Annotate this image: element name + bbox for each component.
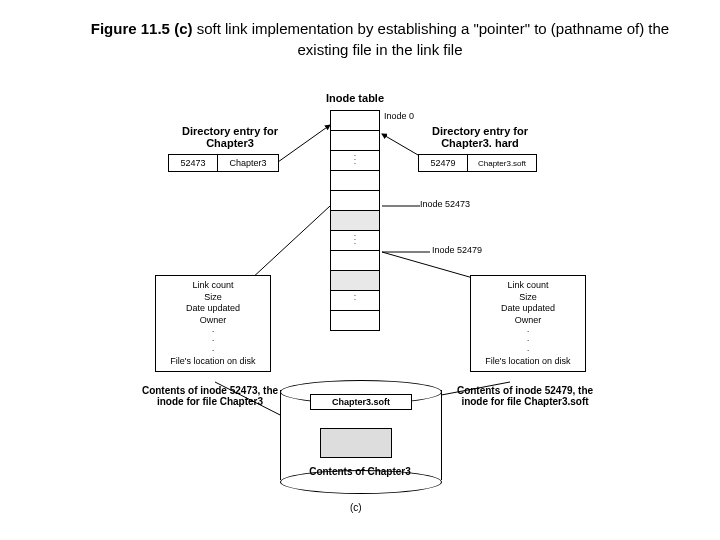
figure-caption-text: soft link implementation by establishing…: [192, 20, 669, 58]
disk-caption: Contents of Chapter3: [280, 466, 440, 477]
attr-date-r: Date updated: [473, 303, 583, 315]
subfigure-label: (c): [350, 502, 362, 513]
inode-52473-cell: [330, 211, 380, 231]
attr-date: Date updated: [158, 303, 268, 315]
svg-line-5: [382, 252, 480, 280]
dir-entry-right-inode: 52479: [418, 154, 468, 172]
file-block: [320, 428, 392, 458]
attr-linkcount-r: Link count: [473, 280, 583, 292]
inode-52479-cell: [330, 271, 380, 291]
dir-entry-left-inode: 52473: [168, 154, 218, 172]
dir-entry-left-title: Directory entry for Chapter3: [165, 125, 295, 149]
svg-line-4: [250, 206, 330, 280]
softlink-file-label: Chapter3.soft: [310, 394, 412, 410]
figure-number: Figure 11.5 (c): [91, 20, 193, 37]
dir-entry-left-name: Chapter3: [218, 154, 279, 172]
dir-entry-right-title: Directory entry for Chapter3. hard: [410, 125, 550, 149]
inode-attrs-left: Link count Size Date updated Owner ··· F…: [155, 275, 271, 372]
attr-size: Size: [158, 292, 268, 304]
attr-linkcount: Link count: [158, 280, 268, 292]
attr-loc-r: File's location on disk: [473, 356, 583, 368]
attr-owner-r: Owner: [473, 315, 583, 327]
dir-entry-right: 52479 Chapter3.soft: [418, 154, 537, 172]
inode-table-title: Inode table: [320, 92, 390, 104]
disk-cylinder: Chapter3.soft Contents of Chapter3: [280, 380, 440, 490]
inode-attrs-right: Link count Size Date updated Owner ··· F…: [470, 275, 586, 372]
inode-table: ··· ··· ··: [330, 110, 380, 331]
contents-left-label: Contents of inode 52473, the inode for f…: [130, 385, 290, 407]
inode-52479-label: Inode 52479: [432, 246, 512, 256]
attr-size-r: Size: [473, 292, 583, 304]
diagram: Inode table Inode 0 ··· ··· ·· Directory…: [0, 70, 720, 530]
inode-0-label: Inode 0: [384, 112, 434, 122]
dir-entry-left: 52473 Chapter3: [168, 154, 279, 172]
dir-entry-right-name: Chapter3.soft: [468, 154, 537, 172]
attr-owner: Owner: [158, 315, 268, 327]
inode-52473-label: Inode 52473: [420, 200, 500, 210]
attr-loc: File's location on disk: [158, 356, 268, 368]
contents-right-label: Contents of inode 52479, the inode for f…: [445, 385, 605, 407]
figure-caption: Figure 11.5 (c) soft link implementation…: [80, 18, 680, 60]
